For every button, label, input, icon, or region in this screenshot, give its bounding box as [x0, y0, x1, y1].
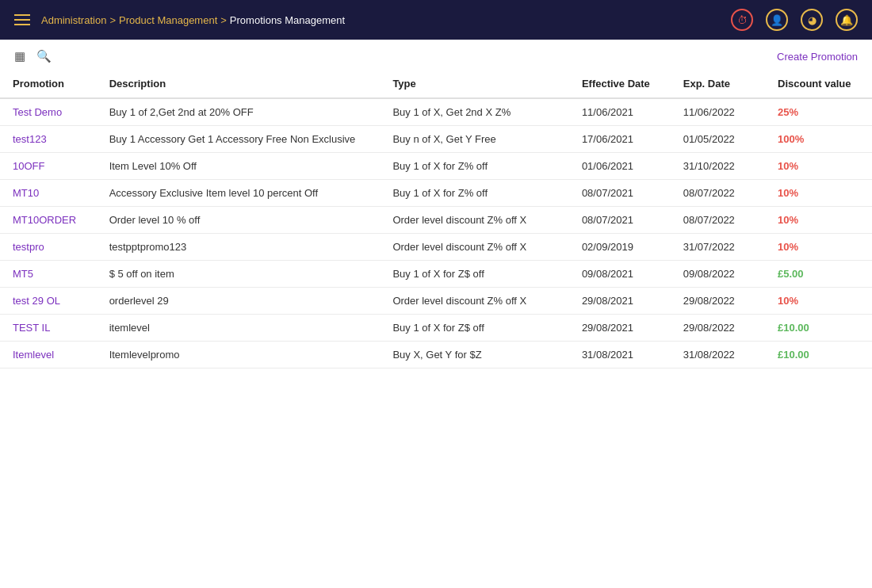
table-row: TEST IL itemlevel Buy 1 of X for Z$ off … — [0, 315, 872, 342]
breadcrumb-sep1: > — [109, 14, 116, 26]
cell-type-2: Buy 1 of X for Z% off — [380, 153, 569, 180]
col-header-type: Type — [380, 70, 569, 98]
table-row: Itemlevel Itemlevelpromo Buy X, Get Y fo… — [0, 342, 872, 368]
cell-description-8: itemlevel — [97, 315, 381, 342]
cell-exp-5: 31/07/2022 — [671, 234, 765, 261]
cell-effective-9: 31/08/2021 — [569, 342, 671, 368]
hamburger-menu[interactable] — [14, 14, 30, 25]
promotion-link-6[interactable]: MT5 — [13, 268, 33, 280]
promotion-link-4[interactable]: MT10ORDER — [13, 214, 76, 226]
cell-description-1: Buy 1 Accessory Get 1 Accessory Free Non… — [97, 126, 381, 153]
cell-promotion-5[interactable]: testpro — [0, 234, 97, 261]
cell-exp-0: 11/06/2022 — [671, 98, 765, 126]
breadcrumb-sep2: > — [220, 14, 227, 26]
promotion-link-8[interactable]: TEST IL — [13, 322, 50, 334]
cell-promotion-4[interactable]: MT10ORDER — [0, 207, 97, 234]
cell-discount-7: 10% — [765, 288, 872, 315]
cell-effective-8: 29/08/2021 — [569, 315, 671, 342]
toolbar-left: ▦ 🔍 — [14, 49, 52, 63]
cell-effective-2: 01/06/2021 — [569, 153, 671, 180]
toolbar: ▦ 🔍 Create Promotion — [0, 40, 872, 70]
promotion-link-1[interactable]: test123 — [13, 133, 47, 145]
cell-type-7: Order level discount Z% off X — [380, 288, 569, 315]
cell-promotion-3[interactable]: MT10 — [0, 180, 97, 207]
promotion-link-7[interactable]: test 29 OL — [13, 295, 60, 307]
cell-discount-8: £10.00 — [765, 315, 872, 342]
cell-description-3: Accessory Exclusive Item level 10 percen… — [97, 180, 381, 207]
col-header-promotion: Promotion — [0, 70, 97, 98]
cell-effective-3: 08/07/2021 — [569, 180, 671, 207]
promotion-link-0[interactable]: Test Demo — [13, 106, 62, 118]
cell-type-1: Buy n of X, Get Y Free — [380, 126, 569, 153]
navbar: Administration > Product Management > Pr… — [0, 0, 872, 40]
cell-promotion-0[interactable]: Test Demo — [0, 98, 97, 126]
breadcrumb-current: Promotions Management — [230, 14, 345, 26]
cell-discount-9: £10.00 — [765, 342, 872, 368]
clock-icon[interactable]: ⏱ — [731, 9, 753, 31]
cell-discount-2: 10% — [765, 153, 872, 180]
cell-description-5: testpptpromo123 — [97, 234, 381, 261]
cell-discount-0: 25% — [765, 98, 872, 126]
promotion-link-9[interactable]: Itemlevel — [13, 349, 54, 361]
cell-effective-1: 17/06/2021 — [569, 126, 671, 153]
cell-description-4: Order level 10 % off — [97, 207, 381, 234]
cell-description-9: Itemlevelpromo — [97, 342, 381, 368]
table-row: MT5 $ 5 off on item Buy 1 of X for Z$ of… — [0, 261, 872, 288]
cell-promotion-7[interactable]: test 29 OL — [0, 288, 97, 315]
filter-icon[interactable]: ▦ — [14, 49, 25, 63]
table-row: test123 Buy 1 Accessory Get 1 Accessory … — [0, 126, 872, 153]
cell-promotion-2[interactable]: 10OFF — [0, 153, 97, 180]
cell-type-5: Order level discount Z% off X — [380, 234, 569, 261]
table-body: Test Demo Buy 1 of 2,Get 2nd at 20% OFF … — [0, 98, 872, 368]
cell-discount-1: 100% — [765, 126, 872, 153]
cell-exp-1: 01/05/2022 — [671, 126, 765, 153]
cell-effective-4: 08/07/2021 — [569, 207, 671, 234]
col-header-exp-date: Exp. Date — [671, 70, 765, 98]
bell-icon[interactable]: 🔔 — [836, 9, 858, 31]
cell-type-3: Buy 1 of X for Z% off — [380, 180, 569, 207]
cell-exp-4: 08/07/2022 — [671, 207, 765, 234]
cell-description-7: orderlevel 29 — [97, 288, 381, 315]
promotion-link-2[interactable]: 10OFF — [13, 160, 44, 172]
cell-type-0: Buy 1 of X, Get 2nd X Z% — [380, 98, 569, 126]
user-icon[interactable]: 👤 — [766, 9, 788, 31]
cell-promotion-8[interactable]: TEST IL — [0, 315, 97, 342]
cell-exp-8: 29/08/2022 — [671, 315, 765, 342]
cell-description-0: Buy 1 of 2,Get 2nd at 20% OFF — [97, 98, 381, 126]
promotion-link-5[interactable]: testpro — [13, 241, 44, 253]
cell-type-9: Buy X, Get Y for $Z — [380, 342, 569, 368]
cell-effective-0: 11/06/2021 — [569, 98, 671, 126]
create-promotion-button[interactable]: Create Promotion — [777, 51, 858, 63]
cell-promotion-9[interactable]: Itemlevel — [0, 342, 97, 368]
cell-promotion-1[interactable]: test123 — [0, 126, 97, 153]
table-row: test 29 OL orderlevel 29 Order level dis… — [0, 288, 872, 315]
cell-effective-5: 02/09/2019 — [569, 234, 671, 261]
cell-effective-6: 09/08/2021 — [569, 261, 671, 288]
breadcrumb-product[interactable]: Product Management — [119, 14, 217, 26]
col-header-effective-date: Effective Date — [569, 70, 671, 98]
pie-chart-icon[interactable]: ◕ — [801, 9, 823, 31]
col-header-description: Description — [97, 70, 381, 98]
cell-discount-4: 10% — [765, 207, 872, 234]
table-row: MT10 Accessory Exclusive Item level 10 p… — [0, 180, 872, 207]
cell-effective-7: 29/08/2021 — [569, 288, 671, 315]
breadcrumb: Administration > Product Management > Pr… — [41, 14, 345, 26]
cell-discount-3: 10% — [765, 180, 872, 207]
table-row: Test Demo Buy 1 of 2,Get 2nd at 20% OFF … — [0, 98, 872, 126]
cell-exp-9: 31/08/2022 — [671, 342, 765, 368]
search-icon[interactable]: 🔍 — [36, 49, 52, 63]
breadcrumb-admin[interactable]: Administration — [41, 14, 106, 26]
promotions-table-container: Promotion Description Type Effective Dat… — [0, 70, 872, 368]
cell-type-6: Buy 1 of X for Z$ off — [380, 261, 569, 288]
cell-description-2: Item Level 10% Off — [97, 153, 381, 180]
cell-type-8: Buy 1 of X for Z$ off — [380, 315, 569, 342]
cell-promotion-6[interactable]: MT5 — [0, 261, 97, 288]
cell-description-6: $ 5 off on item — [97, 261, 381, 288]
promotion-link-3[interactable]: MT10 — [13, 187, 39, 199]
cell-exp-3: 08/07/2022 — [671, 180, 765, 207]
cell-discount-6: £5.00 — [765, 261, 872, 288]
col-header-discount-value: Discount value — [765, 70, 872, 98]
navbar-right: ⏱ 👤 ◕ 🔔 — [731, 9, 858, 31]
navbar-left: Administration > Product Management > Pr… — [14, 14, 345, 26]
cell-type-4: Order level discount Z% off X — [380, 207, 569, 234]
